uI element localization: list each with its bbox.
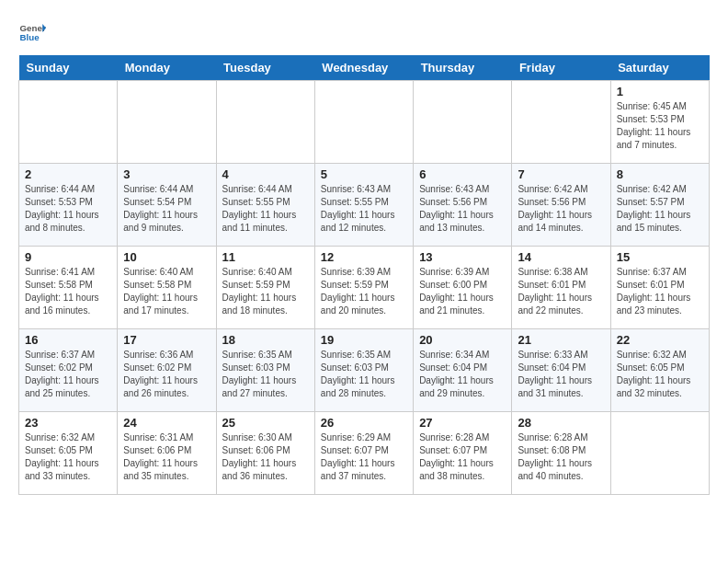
page-header: General Blue: [18, 18, 710, 46]
calendar-cell: 1Sunrise: 6:45 AM Sunset: 5:53 PM Daylig…: [610, 81, 709, 164]
day-number: 4: [222, 167, 309, 181]
day-number: 24: [123, 416, 210, 430]
calendar-cell: 6Sunrise: 6:43 AM Sunset: 5:56 PM Daylig…: [414, 164, 512, 247]
day-info: Sunrise: 6:44 AM Sunset: 5:55 PM Dayligh…: [222, 183, 309, 235]
calendar-cell: 27Sunrise: 6:28 AM Sunset: 6:07 PM Dayli…: [414, 412, 512, 495]
day-info: Sunrise: 6:28 AM Sunset: 6:07 PM Dayligh…: [419, 431, 506, 483]
day-info: Sunrise: 6:33 AM Sunset: 6:04 PM Dayligh…: [518, 349, 604, 400]
calendar-cell: [216, 81, 314, 164]
weekday-header: Tuesday: [216, 55, 314, 81]
day-info: Sunrise: 6:34 AM Sunset: 6:04 PM Dayligh…: [419, 349, 506, 400]
calendar-cell: [19, 81, 118, 164]
day-info: Sunrise: 6:45 AM Sunset: 5:53 PM Dayligh…: [617, 100, 703, 152]
calendar-cell: [118, 81, 216, 164]
calendar-cell: 8Sunrise: 6:42 AM Sunset: 5:57 PM Daylig…: [610, 164, 709, 247]
calendar-cell: 16Sunrise: 6:37 AM Sunset: 6:02 PM Dayli…: [19, 329, 118, 412]
day-number: 18: [222, 333, 309, 347]
day-info: Sunrise: 6:43 AM Sunset: 5:55 PM Dayligh…: [321, 183, 407, 235]
day-number: 15: [617, 250, 703, 264]
calendar-cell: 26Sunrise: 6:29 AM Sunset: 6:07 PM Dayli…: [314, 412, 413, 495]
day-number: 17: [123, 333, 210, 347]
calendar-cell: 15Sunrise: 6:37 AM Sunset: 6:01 PM Dayli…: [610, 247, 709, 329]
calendar-cell: 18Sunrise: 6:35 AM Sunset: 6:03 PM Dayli…: [216, 329, 314, 412]
calendar-cell: [610, 412, 709, 495]
day-number: 11: [222, 250, 309, 264]
calendar-cell: 9Sunrise: 6:41 AM Sunset: 5:58 PM Daylig…: [19, 247, 118, 329]
day-number: 8: [617, 167, 703, 181]
day-info: Sunrise: 6:38 AM Sunset: 6:01 PM Dayligh…: [518, 266, 604, 317]
calendar-cell: 22Sunrise: 6:32 AM Sunset: 6:05 PM Dayli…: [610, 329, 709, 412]
day-number: 20: [419, 333, 506, 347]
day-number: 22: [617, 333, 703, 347]
day-number: 27: [419, 416, 506, 430]
day-info: Sunrise: 6:43 AM Sunset: 5:56 PM Dayligh…: [419, 183, 506, 235]
logo-icon: General Blue: [18, 18, 46, 46]
calendar-cell: 19Sunrise: 6:35 AM Sunset: 6:03 PM Dayli…: [314, 329, 413, 412]
weekday-header: Wednesday: [314, 55, 413, 81]
day-number: 1: [617, 85, 703, 98]
calendar-cell: 3Sunrise: 6:44 AM Sunset: 5:54 PM Daylig…: [118, 164, 216, 247]
svg-text:Blue: Blue: [20, 32, 40, 42]
day-number: 13: [419, 250, 506, 264]
day-info: Sunrise: 6:40 AM Sunset: 5:58 PM Dayligh…: [123, 266, 210, 317]
day-info: Sunrise: 6:30 AM Sunset: 6:06 PM Dayligh…: [222, 431, 309, 483]
day-number: 26: [321, 416, 407, 430]
day-number: 25: [222, 416, 309, 430]
day-info: Sunrise: 6:40 AM Sunset: 5:59 PM Dayligh…: [222, 266, 309, 317]
day-info: Sunrise: 6:37 AM Sunset: 6:01 PM Dayligh…: [617, 266, 703, 317]
day-number: 23: [25, 416, 111, 430]
weekday-header: Friday: [512, 55, 610, 81]
day-info: Sunrise: 6:36 AM Sunset: 6:02 PM Dayligh…: [123, 349, 210, 400]
logo: General Blue: [18, 18, 50, 46]
day-info: Sunrise: 6:39 AM Sunset: 6:00 PM Dayligh…: [419, 266, 506, 317]
calendar-cell: [314, 81, 413, 164]
day-info: Sunrise: 6:39 AM Sunset: 5:59 PM Dayligh…: [321, 266, 407, 317]
day-number: 21: [518, 333, 604, 347]
day-info: Sunrise: 6:35 AM Sunset: 6:03 PM Dayligh…: [321, 349, 407, 400]
day-info: Sunrise: 6:44 AM Sunset: 5:53 PM Dayligh…: [25, 183, 111, 235]
calendar-cell: 7Sunrise: 6:42 AM Sunset: 5:56 PM Daylig…: [512, 164, 610, 247]
day-info: Sunrise: 6:42 AM Sunset: 5:56 PM Dayligh…: [518, 183, 604, 235]
calendar-cell: 13Sunrise: 6:39 AM Sunset: 6:00 PM Dayli…: [414, 247, 512, 329]
calendar-cell: 20Sunrise: 6:34 AM Sunset: 6:04 PM Dayli…: [414, 329, 512, 412]
calendar-cell: 4Sunrise: 6:44 AM Sunset: 5:55 PM Daylig…: [216, 164, 314, 247]
calendar-cell: 28Sunrise: 6:28 AM Sunset: 6:08 PM Dayli…: [512, 412, 610, 495]
calendar-cell: 2Sunrise: 6:44 AM Sunset: 5:53 PM Daylig…: [19, 164, 118, 247]
calendar-cell: 23Sunrise: 6:32 AM Sunset: 6:05 PM Dayli…: [19, 412, 118, 495]
day-info: Sunrise: 6:41 AM Sunset: 5:58 PM Dayligh…: [25, 266, 111, 317]
day-info: Sunrise: 6:37 AM Sunset: 6:02 PM Dayligh…: [25, 349, 111, 400]
day-info: Sunrise: 6:32 AM Sunset: 6:05 PM Dayligh…: [25, 431, 111, 483]
svg-text:General: General: [20, 23, 47, 33]
weekday-header: Monday: [118, 55, 216, 81]
day-info: Sunrise: 6:28 AM Sunset: 6:08 PM Dayligh…: [518, 431, 604, 483]
day-number: 19: [321, 333, 407, 347]
calendar-table: SundayMondayTuesdayWednesdayThursdayFrid…: [18, 55, 710, 495]
day-number: 9: [25, 250, 111, 264]
calendar-cell: 24Sunrise: 6:31 AM Sunset: 6:06 PM Dayli…: [118, 412, 216, 495]
calendar-cell: 5Sunrise: 6:43 AM Sunset: 5:55 PM Daylig…: [314, 164, 413, 247]
day-number: 7: [518, 167, 604, 181]
day-number: 5: [321, 167, 407, 181]
weekday-header: Thursday: [414, 55, 512, 81]
calendar-cell: 21Sunrise: 6:33 AM Sunset: 6:04 PM Dayli…: [512, 329, 610, 412]
day-info: Sunrise: 6:35 AM Sunset: 6:03 PM Dayligh…: [222, 349, 309, 400]
calendar-cell: 14Sunrise: 6:38 AM Sunset: 6:01 PM Dayli…: [512, 247, 610, 329]
day-number: 14: [518, 250, 604, 264]
calendar-cell: 10Sunrise: 6:40 AM Sunset: 5:58 PM Dayli…: [118, 247, 216, 329]
calendar-cell: 25Sunrise: 6:30 AM Sunset: 6:06 PM Dayli…: [216, 412, 314, 495]
day-info: Sunrise: 6:32 AM Sunset: 6:05 PM Dayligh…: [617, 349, 703, 400]
day-info: Sunrise: 6:44 AM Sunset: 5:54 PM Dayligh…: [123, 183, 210, 235]
day-number: 12: [321, 250, 407, 264]
calendar-cell: [512, 81, 610, 164]
day-info: Sunrise: 6:31 AM Sunset: 6:06 PM Dayligh…: [123, 431, 210, 483]
day-number: 3: [123, 167, 210, 181]
calendar-cell: 11Sunrise: 6:40 AM Sunset: 5:59 PM Dayli…: [216, 247, 314, 329]
day-number: 16: [25, 333, 111, 347]
day-info: Sunrise: 6:42 AM Sunset: 5:57 PM Dayligh…: [617, 183, 703, 235]
calendar-cell: [414, 81, 512, 164]
day-number: 10: [123, 250, 210, 264]
calendar-cell: 17Sunrise: 6:36 AM Sunset: 6:02 PM Dayli…: [118, 329, 216, 412]
day-info: Sunrise: 6:29 AM Sunset: 6:07 PM Dayligh…: [321, 431, 407, 483]
day-number: 28: [518, 416, 604, 430]
calendar-cell: 12Sunrise: 6:39 AM Sunset: 5:59 PM Dayli…: [314, 247, 413, 329]
